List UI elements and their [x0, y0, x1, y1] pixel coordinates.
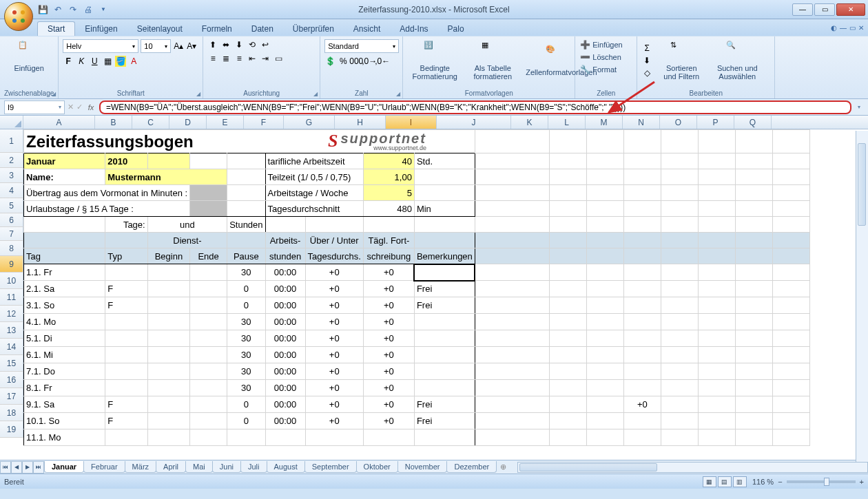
- cell[interactable]: +0: [305, 264, 363, 281]
- cell[interactable]: 10.1. So: [24, 413, 105, 429]
- cell[interactable]: [549, 396, 586, 413]
- row-header-10[interactable]: 10: [0, 273, 23, 289]
- col-header-E[interactable]: E: [207, 116, 244, 129]
- cell[interactable]: [661, 363, 698, 380]
- font-color-icon[interactable]: A: [128, 56, 139, 67]
- last-sheet-icon[interactable]: ⏭: [33, 461, 44, 474]
- cell[interactable]: +0: [305, 314, 363, 330]
- cell[interactable]: [190, 413, 227, 429]
- cell[interactable]: [661, 380, 698, 396]
- cell[interactable]: [735, 281, 772, 297]
- cell[interactable]: [735, 130, 772, 153]
- cell[interactable]: [475, 297, 549, 314]
- cell[interactable]: [698, 380, 735, 396]
- cell[interactable]: 00:00: [265, 396, 305, 413]
- cell[interactable]: [105, 264, 147, 281]
- cell[interactable]: [147, 347, 189, 363]
- cell[interactable]: 6.1. Mi: [24, 347, 105, 363]
- col-header-G[interactable]: G: [284, 116, 335, 129]
- horizontal-scrollbar[interactable]: [517, 462, 868, 473]
- cell[interactable]: 8.1. Fr: [24, 380, 105, 396]
- ribbon-tab-start[interactable]: Start: [37, 21, 75, 36]
- cell[interactable]: [105, 314, 147, 330]
- cell[interactable]: 30: [227, 264, 265, 281]
- cell[interactable]: [549, 347, 586, 363]
- cell[interactable]: [190, 297, 227, 314]
- cell[interactable]: [698, 185, 735, 201]
- cell[interactable]: [661, 248, 698, 264]
- cell[interactable]: [586, 314, 623, 330]
- row-header-17[interactable]: 17: [0, 388, 23, 405]
- grow-font-icon[interactable]: A▴: [173, 41, 184, 52]
- cell[interactable]: [549, 363, 586, 380]
- cell[interactable]: [549, 185, 586, 201]
- enter-formula-icon[interactable]: ✓: [76, 103, 83, 112]
- cell[interactable]: Tage:: [105, 217, 147, 233]
- cell[interactable]: Arbeits-: [265, 233, 305, 248]
- format-table-button[interactable]: ▦Als Tabelle formatieren: [468, 39, 517, 82]
- next-sheet-icon[interactable]: ▶: [22, 461, 33, 474]
- cell[interactable]: [549, 169, 586, 185]
- cell[interactable]: [698, 347, 735, 363]
- cell[interactable]: Frei: [414, 413, 475, 429]
- row-header-7[interactable]: 7: [0, 227, 23, 241]
- ribbon-tab-ansicht[interactable]: Ansicht: [344, 22, 390, 36]
- fill-color-icon[interactable]: 🪣: [115, 56, 126, 67]
- row-header-9[interactable]: 9: [0, 256, 23, 273]
- cell[interactable]: [549, 248, 586, 264]
- cell[interactable]: Mustermann: [105, 169, 227, 185]
- cell[interactable]: [414, 169, 475, 185]
- cell[interactable]: [549, 314, 586, 330]
- cell[interactable]: [698, 130, 735, 153]
- cell[interactable]: 40: [363, 153, 414, 169]
- row-header-2[interactable]: 2: [0, 153, 23, 168]
- cell[interactable]: [190, 363, 227, 380]
- col-header-A[interactable]: A: [23, 116, 95, 129]
- cell[interactable]: [549, 201, 586, 217]
- cell[interactable]: und: [147, 217, 227, 233]
- cell[interactable]: [661, 297, 698, 314]
- cell[interactable]: +0: [305, 281, 363, 297]
- cell[interactable]: [105, 347, 147, 363]
- cell[interactable]: +0: [363, 380, 414, 396]
- cell[interactable]: [698, 248, 735, 264]
- ribbon-tab-palo[interactable]: Palo: [438, 22, 474, 36]
- dec-decimal-icon[interactable]: ,0←: [377, 56, 388, 67]
- cell[interactable]: 00:00: [265, 347, 305, 363]
- cell[interactable]: [586, 281, 623, 297]
- cell[interactable]: [623, 297, 661, 314]
- cell[interactable]: [586, 264, 623, 281]
- row-header-14[interactable]: 14: [0, 339, 23, 355]
- cell[interactable]: [227, 169, 265, 185]
- cell[interactable]: [772, 413, 809, 429]
- cell[interactable]: [661, 330, 698, 347]
- cell[interactable]: +0: [363, 413, 414, 429]
- cell[interactable]: [586, 429, 623, 446]
- cell[interactable]: [772, 201, 809, 217]
- align-right-icon[interactable]: ≡: [234, 53, 245, 64]
- cell[interactable]: Über / Unter: [305, 233, 363, 248]
- orientation-icon[interactable]: ⟲: [247, 39, 258, 50]
- cell[interactable]: [414, 185, 475, 201]
- row-header-12[interactable]: 12: [0, 306, 23, 322]
- row-header-8[interactable]: 8: [0, 241, 23, 256]
- cell[interactable]: [698, 153, 735, 169]
- cell[interactable]: [698, 264, 735, 281]
- minimize-button[interactable]: ―: [792, 3, 813, 16]
- cell[interactable]: 5.1. Di: [24, 330, 105, 347]
- qat-more-icon[interactable]: ▼: [98, 4, 109, 15]
- cell[interactable]: [735, 396, 772, 413]
- align-left-icon[interactable]: ≡: [207, 53, 218, 64]
- cell[interactable]: [147, 363, 189, 380]
- paste-button[interactable]: 📋 Einfügen: [4, 39, 54, 74]
- cell[interactable]: 30: [227, 380, 265, 396]
- row-header-11[interactable]: 11: [0, 289, 23, 306]
- cell[interactable]: Teilzeit (1/ 0,5 / 0,75): [265, 169, 363, 185]
- indent-inc-icon[interactable]: ⇥: [260, 53, 271, 64]
- sheet-tab-oktober[interactable]: Oktober: [356, 461, 398, 473]
- cell[interactable]: [586, 169, 623, 185]
- cell[interactable]: [190, 380, 227, 396]
- cell[interactable]: [105, 429, 147, 446]
- cell[interactable]: +0: [363, 297, 414, 314]
- cell[interactable]: Übertrag aus dem Vormonat in Minuten :: [24, 185, 190, 201]
